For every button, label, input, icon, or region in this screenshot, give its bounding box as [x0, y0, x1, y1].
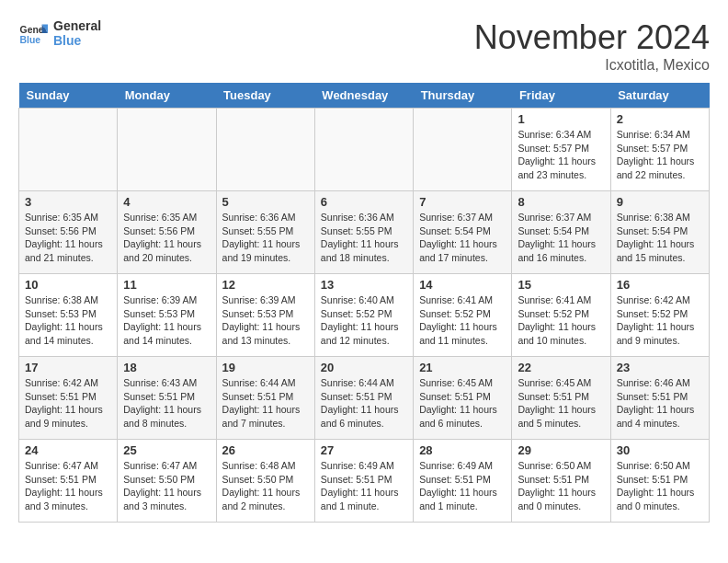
day-info: Sunrise: 6:50 AM Sunset: 5:51 PM Dayligh…: [518, 459, 604, 513]
day-number: 6: [321, 195, 407, 209]
calendar-cell: 20Sunrise: 6:44 AM Sunset: 5:51 PM Dayli…: [314, 357, 413, 440]
day-number: 4: [123, 195, 210, 209]
day-number: 8: [518, 195, 604, 209]
day-number: 19: [222, 361, 309, 374]
calendar-cell: 4Sunrise: 6:35 AM Sunset: 5:56 PM Daylig…: [118, 191, 216, 274]
day-header-monday: Monday: [118, 83, 216, 109]
day-info: Sunrise: 6:46 AM Sunset: 5:51 PM Dayligh…: [617, 376, 703, 431]
calendar-cell: [216, 109, 314, 191]
calendar-cell: 15Sunrise: 6:41 AM Sunset: 5:52 PM Dayli…: [512, 274, 610, 357]
calendar-cell: 19Sunrise: 6:44 AM Sunset: 5:51 PM Dayli…: [216, 357, 314, 440]
day-info: Sunrise: 6:37 AM Sunset: 5:54 PM Dayligh…: [419, 211, 506, 265]
day-info: Sunrise: 6:35 AM Sunset: 5:56 PM Dayligh…: [123, 211, 210, 265]
calendar-cell: 10Sunrise: 6:38 AM Sunset: 5:53 PM Dayli…: [19, 274, 118, 357]
day-info: Sunrise: 6:49 AM Sunset: 5:51 PM Dayligh…: [321, 459, 407, 513]
day-number: 10: [25, 278, 111, 292]
week-row-2: 3Sunrise: 6:35 AM Sunset: 5:56 PM Daylig…: [19, 191, 710, 274]
day-info: Sunrise: 6:41 AM Sunset: 5:52 PM Dayligh…: [518, 293, 604, 348]
day-header-wednesday: Wednesday: [314, 83, 413, 109]
calendar-cell: 9Sunrise: 6:38 AM Sunset: 5:54 PM Daylig…: [610, 191, 709, 274]
day-number: 24: [25, 443, 111, 457]
calendar-cell: 5Sunrise: 6:36 AM Sunset: 5:55 PM Daylig…: [216, 191, 314, 274]
day-header-friday: Friday: [512, 83, 610, 109]
day-number: 13: [321, 278, 407, 292]
calendar-cell: 16Sunrise: 6:42 AM Sunset: 5:52 PM Dayli…: [610, 274, 709, 357]
calendar-body: 1Sunrise: 6:34 AM Sunset: 5:57 PM Daylig…: [19, 109, 710, 523]
day-number: 23: [617, 361, 703, 374]
day-info: Sunrise: 6:42 AM Sunset: 5:52 PM Dayligh…: [617, 293, 703, 348]
day-info: Sunrise: 6:36 AM Sunset: 5:55 PM Dayligh…: [222, 211, 309, 265]
title-block: November 2024 Icxotitla, Mexico: [474, 18, 710, 74]
logo-line2: Blue: [53, 33, 101, 48]
day-info: Sunrise: 6:34 AM Sunset: 5:57 PM Dayligh…: [617, 128, 703, 182]
day-info: Sunrise: 6:50 AM Sunset: 5:51 PM Dayligh…: [617, 459, 703, 513]
day-number: 16: [617, 278, 703, 292]
day-info: Sunrise: 6:45 AM Sunset: 5:51 PM Dayligh…: [419, 376, 506, 431]
day-info: Sunrise: 6:38 AM Sunset: 5:54 PM Dayligh…: [617, 211, 703, 265]
day-number: 3: [25, 195, 111, 209]
calendar-cell: [19, 109, 118, 191]
month-title: November 2024: [474, 18, 710, 57]
day-info: Sunrise: 6:39 AM Sunset: 5:53 PM Dayligh…: [123, 293, 210, 348]
day-number: 15: [518, 278, 604, 292]
day-number: 1: [518, 112, 604, 126]
calendar-cell: 6Sunrise: 6:36 AM Sunset: 5:55 PM Daylig…: [314, 191, 413, 274]
calendar-cell: 7Sunrise: 6:37 AM Sunset: 5:54 PM Daylig…: [414, 191, 512, 274]
day-number: 29: [518, 443, 604, 457]
calendar-table: SundayMondayTuesdayWednesdayThursdayFrid…: [18, 83, 710, 523]
calendar-cell: 30Sunrise: 6:50 AM Sunset: 5:51 PM Dayli…: [610, 440, 709, 523]
week-row-5: 24Sunrise: 6:47 AM Sunset: 5:51 PM Dayli…: [19, 440, 710, 523]
day-info: Sunrise: 6:44 AM Sunset: 5:51 PM Dayligh…: [222, 376, 309, 431]
day-header-sunday: Sunday: [19, 83, 118, 109]
calendar-cell: 28Sunrise: 6:49 AM Sunset: 5:51 PM Dayli…: [414, 440, 512, 523]
svg-text:Blue: Blue: [20, 35, 41, 45]
calendar-cell: 17Sunrise: 6:42 AM Sunset: 5:51 PM Dayli…: [19, 357, 118, 440]
page-header: General Blue General Blue November 2024 …: [18, 18, 710, 74]
calendar-cell: 26Sunrise: 6:48 AM Sunset: 5:50 PM Dayli…: [216, 440, 314, 523]
day-info: Sunrise: 6:36 AM Sunset: 5:55 PM Dayligh…: [321, 211, 407, 265]
calendar-cell: 21Sunrise: 6:45 AM Sunset: 5:51 PM Dayli…: [414, 357, 512, 440]
calendar-cell: [314, 109, 413, 191]
day-info: Sunrise: 6:37 AM Sunset: 5:54 PM Dayligh…: [518, 211, 604, 265]
day-number: 20: [321, 361, 407, 374]
logo-line1: General: [53, 18, 101, 33]
day-header-thursday: Thursday: [414, 83, 512, 109]
calendar-cell: 27Sunrise: 6:49 AM Sunset: 5:51 PM Dayli…: [314, 440, 413, 523]
day-info: Sunrise: 6:47 AM Sunset: 5:51 PM Dayligh…: [25, 459, 111, 513]
day-header-saturday: Saturday: [610, 83, 709, 109]
day-info: Sunrise: 6:43 AM Sunset: 5:51 PM Dayligh…: [123, 376, 210, 431]
calendar-cell: 22Sunrise: 6:45 AM Sunset: 5:51 PM Dayli…: [512, 357, 610, 440]
day-info: Sunrise: 6:38 AM Sunset: 5:53 PM Dayligh…: [25, 293, 111, 348]
day-info: Sunrise: 6:39 AM Sunset: 5:53 PM Dayligh…: [222, 293, 309, 348]
day-header-tuesday: Tuesday: [216, 83, 314, 109]
day-number: 12: [222, 278, 309, 292]
week-row-4: 17Sunrise: 6:42 AM Sunset: 5:51 PM Dayli…: [19, 357, 710, 440]
day-number: 7: [419, 195, 506, 209]
calendar-cell: 23Sunrise: 6:46 AM Sunset: 5:51 PM Dayli…: [610, 357, 709, 440]
logo-icon: General Blue: [18, 18, 48, 48]
week-row-3: 10Sunrise: 6:38 AM Sunset: 5:53 PM Dayli…: [19, 274, 710, 357]
day-number: 17: [25, 361, 111, 374]
day-number: 28: [419, 443, 506, 457]
day-number: 22: [518, 361, 604, 374]
day-info: Sunrise: 6:34 AM Sunset: 5:57 PM Dayligh…: [518, 128, 604, 182]
day-info: Sunrise: 6:40 AM Sunset: 5:52 PM Dayligh…: [321, 293, 407, 348]
logo: General Blue General Blue: [18, 18, 101, 48]
day-info: Sunrise: 6:48 AM Sunset: 5:50 PM Dayligh…: [222, 459, 309, 513]
calendar-cell: 1Sunrise: 6:34 AM Sunset: 5:57 PM Daylig…: [512, 109, 610, 191]
day-number: 18: [123, 361, 210, 374]
calendar-cell: [118, 109, 216, 191]
calendar-cell: 12Sunrise: 6:39 AM Sunset: 5:53 PM Dayli…: [216, 274, 314, 357]
calendar-cell: 8Sunrise: 6:37 AM Sunset: 5:54 PM Daylig…: [512, 191, 610, 274]
calendar-cell: 18Sunrise: 6:43 AM Sunset: 5:51 PM Dayli…: [118, 357, 216, 440]
day-number: 14: [419, 278, 506, 292]
day-info: Sunrise: 6:41 AM Sunset: 5:52 PM Dayligh…: [419, 293, 506, 348]
day-info: Sunrise: 6:47 AM Sunset: 5:50 PM Dayligh…: [123, 459, 210, 513]
calendar-cell: 25Sunrise: 6:47 AM Sunset: 5:50 PM Dayli…: [118, 440, 216, 523]
day-number: 21: [419, 361, 506, 374]
day-info: Sunrise: 6:49 AM Sunset: 5:51 PM Dayligh…: [419, 459, 506, 513]
day-number: 26: [222, 443, 309, 457]
day-number: 9: [617, 195, 703, 209]
calendar-cell: 24Sunrise: 6:47 AM Sunset: 5:51 PM Dayli…: [19, 440, 118, 523]
week-row-1: 1Sunrise: 6:34 AM Sunset: 5:57 PM Daylig…: [19, 109, 710, 191]
